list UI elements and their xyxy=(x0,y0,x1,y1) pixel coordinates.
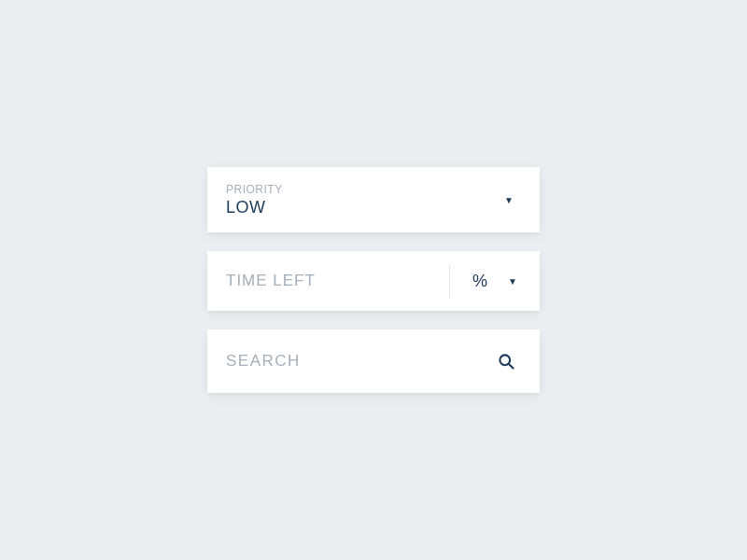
search-icon[interactable] xyxy=(497,352,521,371)
time-left-input[interactable] xyxy=(226,272,449,290)
priority-content: PRIORITY LOW xyxy=(226,183,504,217)
search-input[interactable] xyxy=(226,352,497,371)
priority-value: LOW xyxy=(226,198,504,217)
unit-select[interactable]: % ▼ xyxy=(449,264,521,298)
search-field xyxy=(207,329,540,393)
chevron-down-icon: ▼ xyxy=(508,276,517,287)
svg-line-1 xyxy=(509,364,514,369)
time-left-field: % ▼ xyxy=(207,251,540,311)
priority-label: PRIORITY xyxy=(226,183,504,196)
chevron-down-icon: ▼ xyxy=(504,195,521,205)
priority-select[interactable]: PRIORITY LOW ▼ xyxy=(207,167,540,232)
unit-value: % xyxy=(472,272,487,291)
